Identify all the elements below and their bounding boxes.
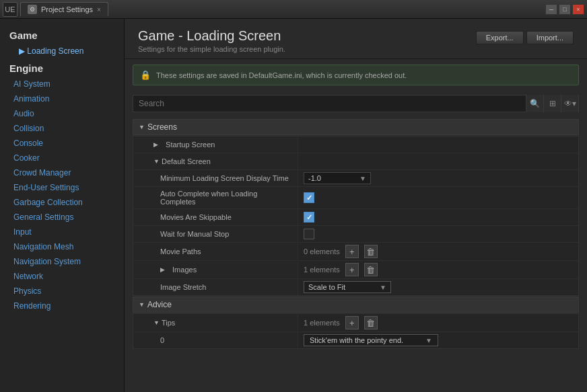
sidebar-item-rendering[interactable]: Rendering (0, 299, 124, 313)
tips-value: 1 elements + 🗑 (298, 314, 578, 331)
default-screen-value (298, 159, 578, 163)
movie-paths-value: 0 elements + 🗑 (298, 243, 578, 260)
images-row: ▶ Images 1 elements + 🗑 (133, 261, 578, 279)
tip-item-row: 0 Stick'em with the pointy end. ▼ (133, 332, 578, 348)
sidebar-item-navigation-system[interactable]: Navigation System (0, 254, 124, 269)
grid-view-button[interactable]: ⊞ (543, 95, 561, 112)
search-submit-button[interactable]: 🔍 (526, 95, 543, 112)
tip-index-label: 0 (133, 332, 298, 348)
image-stretch-row: Image Stretch Scale to Fit ▼ (133, 279, 578, 295)
sidebar-item-loading-screen[interactable]: ▶ Loading Screen (0, 44, 124, 58)
auto-complete-check: ✓ (306, 194, 312, 202)
title-bar: UE ⚙ Project Settings × ─ □ × (0, 0, 587, 19)
wait-manual-label: Wait for Manual Stop (133, 226, 298, 242)
sidebar-item-cooker[interactable]: Cooker (0, 151, 124, 165)
num-input-arrow: ▼ (359, 175, 366, 182)
info-banner: 🔒 These settings are saved in DefaultGam… (133, 65, 579, 85)
advice-collapse-arrow: ▼ (139, 301, 145, 308)
view-options-button[interactable]: 👁▾ (561, 95, 578, 112)
movies-skippable-row: Movies Are Skippable ✓ (133, 209, 578, 226)
sidebar-item-ai-system[interactable]: AI System (0, 77, 124, 91)
min-loading-label: Minimum Loading Screen Display Time (133, 170, 298, 186)
export-button[interactable]: Export... (476, 31, 524, 44)
sidebar-item-animation[interactable]: Animation (0, 91, 124, 106)
movies-skippable-label: Movies Are Skippable (133, 209, 298, 225)
engine-section-header: Engine (0, 58, 124, 77)
sidebar-item-audio[interactable]: Audio (0, 106, 124, 121)
header-buttons: Export... Import... (476, 31, 574, 44)
lock-icon: 🔒 (140, 70, 151, 80)
startup-screen-label: ▶ Startup Screen (133, 136, 298, 153)
min-loading-value: -1.0 ▼ (298, 170, 578, 186)
main-layout: Game ▶ Loading Screen Engine AI System A… (0, 19, 587, 392)
images-delete-button[interactable]: 🗑 (364, 263, 378, 276)
startup-expand-arrow: ▶ (153, 141, 158, 148)
search-icons: 🔍 ⊞ 👁▾ (526, 95, 578, 112)
advice-group: ▼ Tips 1 elements + 🗑 0 Stick'em with th… (133, 313, 579, 349)
movies-skippable-checkbox[interactable]: ✓ (304, 212, 314, 223)
maximize-button[interactable]: □ (559, 4, 571, 15)
page-title: Game - Loading Screen (138, 28, 285, 44)
auto-complete-row: Auto Complete when Loading Completes ✓ (133, 187, 578, 209)
tips-collapse-arrow: ▼ (153, 319, 160, 326)
tips-delete-button[interactable]: 🗑 (364, 316, 378, 329)
header-text: Game - Loading Screen Settings for the s… (138, 28, 285, 53)
settings-tab-icon: ⚙ (28, 5, 37, 14)
movie-paths-row: Movie Paths 0 elements + 🗑 (133, 243, 578, 261)
default-screen-label: ▼ Default Screen (133, 153, 298, 169)
content-header: Game - Loading Screen Settings for the s… (125, 19, 587, 59)
tip-value-dropdown[interactable]: Stick'em with the pointy end. ▼ (304, 334, 438, 346)
sidebar-item-crowd-manager[interactable]: Crowd Manager (0, 165, 124, 180)
movie-paths-add-button[interactable]: + (345, 245, 359, 258)
image-stretch-label: Image Stretch (133, 279, 298, 295)
screens-section-header[interactable]: ▼ Screens (133, 119, 579, 135)
image-stretch-value: Scale to Fit ▼ (298, 279, 578, 295)
project-settings-tab[interactable]: ⚙ Project Settings × (20, 2, 108, 16)
auto-complete-checkbox[interactable]: ✓ (304, 192, 314, 203)
info-text: These settings are saved in DefaultGame.… (156, 71, 407, 79)
window-controls: ─ □ × (545, 4, 584, 15)
sidebar-item-console[interactable]: Console (0, 136, 124, 151)
screens-collapse-arrow: ▼ (139, 124, 145, 130)
tab-close-btn[interactable]: × (97, 6, 101, 13)
startup-screen-row[interactable]: ▶ Startup Screen (133, 136, 578, 153)
sidebar-item-network[interactable]: Network (0, 269, 124, 284)
wait-manual-checkbox[interactable] (304, 229, 314, 239)
images-add-button[interactable]: + (345, 263, 359, 276)
movies-skippable-value: ✓ (298, 210, 578, 225)
tips-label: ▼ Tips (133, 315, 298, 331)
sidebar: Game ▶ Loading Screen Engine AI System A… (0, 19, 125, 392)
sidebar-item-input[interactable]: Input (0, 225, 124, 239)
startup-screen-value (298, 143, 578, 147)
images-label: ▶ Images (133, 262, 298, 278)
sidebar-item-general-settings[interactable]: General Settings (0, 210, 124, 225)
tips-add-button[interactable]: + (345, 316, 359, 329)
wait-manual-value (298, 227, 578, 241)
image-stretch-dropdown-arrow: ▼ (380, 284, 386, 291)
tips-count: 1 elements (304, 319, 340, 327)
tips-row: ▼ Tips 1 elements + 🗑 (133, 314, 578, 332)
sidebar-item-end-user-settings[interactable]: End-User Settings (0, 180, 124, 195)
ue-logo: UE (3, 2, 18, 17)
movies-skippable-check: ✓ (306, 213, 312, 222)
import-button[interactable]: Import... (526, 31, 574, 44)
page-subtitle: Settings for the simple loading screen p… (138, 45, 285, 53)
search-input[interactable] (133, 99, 526, 108)
screens-section-label: Screens (147, 122, 177, 132)
content-area: Game - Loading Screen Settings for the s… (125, 19, 587, 392)
sidebar-item-physics[interactable]: Physics (0, 284, 124, 299)
movie-paths-delete-button[interactable]: 🗑 (364, 245, 378, 258)
wait-manual-row: Wait for Manual Stop (133, 226, 578, 243)
advice-section-header[interactable]: ▼ Advice (133, 297, 579, 313)
settings-area: ▼ Screens ▶ Startup Screen ▼ Default (125, 116, 587, 392)
minimize-button[interactable]: ─ (545, 4, 557, 15)
close-button[interactable]: × (572, 4, 584, 15)
min-loading-input[interactable]: -1.0 ▼ (304, 172, 371, 184)
sidebar-item-navigation-mesh[interactable]: Navigation Mesh (0, 239, 124, 254)
default-screen-row[interactable]: ▼ Default Screen (133, 153, 578, 170)
sidebar-item-collision[interactable]: Collision (0, 121, 124, 136)
image-stretch-dropdown[interactable]: Scale to Fit ▼ (304, 281, 391, 293)
game-section-header: Game (0, 26, 124, 44)
sidebar-item-garbage-collection[interactable]: Garbage Collection (0, 195, 124, 210)
title-bar-left: UE ⚙ Project Settings × (3, 2, 108, 17)
